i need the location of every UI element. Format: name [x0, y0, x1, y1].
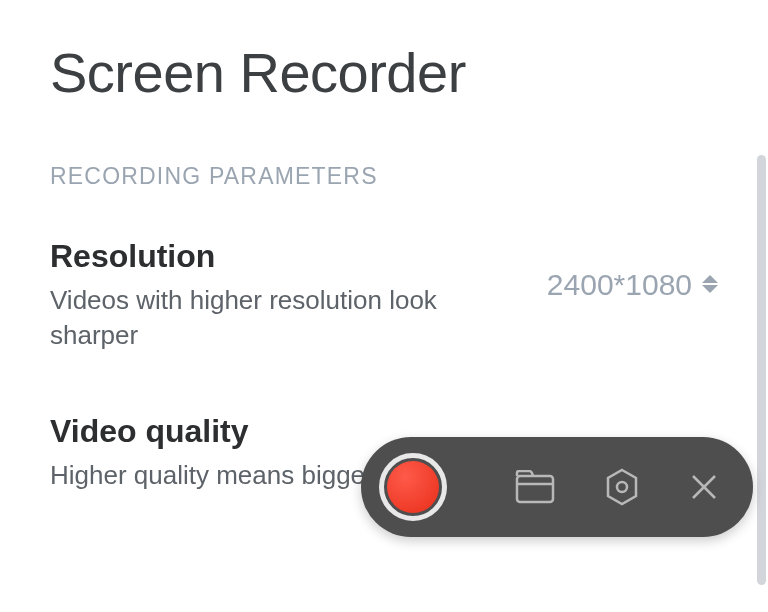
resolution-value-picker[interactable]: 2400*1080	[547, 268, 718, 302]
updown-icon	[702, 275, 718, 295]
resolution-value: 2400*1080	[547, 268, 692, 302]
resolution-setting-row[interactable]: Resolution Videos with higher resolution…	[50, 238, 718, 353]
folder-button[interactable]	[515, 470, 555, 504]
section-header: RECORDING PARAMETERS	[50, 163, 718, 190]
resolution-title: Resolution	[50, 238, 470, 275]
settings-button[interactable]	[603, 468, 641, 506]
resolution-description: Videos with higher resolution look sharp…	[50, 283, 470, 353]
close-button[interactable]	[689, 472, 719, 502]
svg-point-3	[617, 482, 627, 492]
folder-icon	[515, 470, 555, 504]
close-icon	[689, 472, 719, 502]
recording-toolbar[interactable]	[361, 437, 753, 537]
scrollbar[interactable]	[757, 155, 766, 585]
page-title: Screen Recorder	[50, 40, 718, 105]
svg-rect-0	[517, 476, 553, 502]
record-icon	[387, 461, 439, 513]
record-button[interactable]	[379, 453, 447, 521]
settings-icon	[603, 468, 641, 506]
svg-marker-2	[608, 470, 636, 504]
